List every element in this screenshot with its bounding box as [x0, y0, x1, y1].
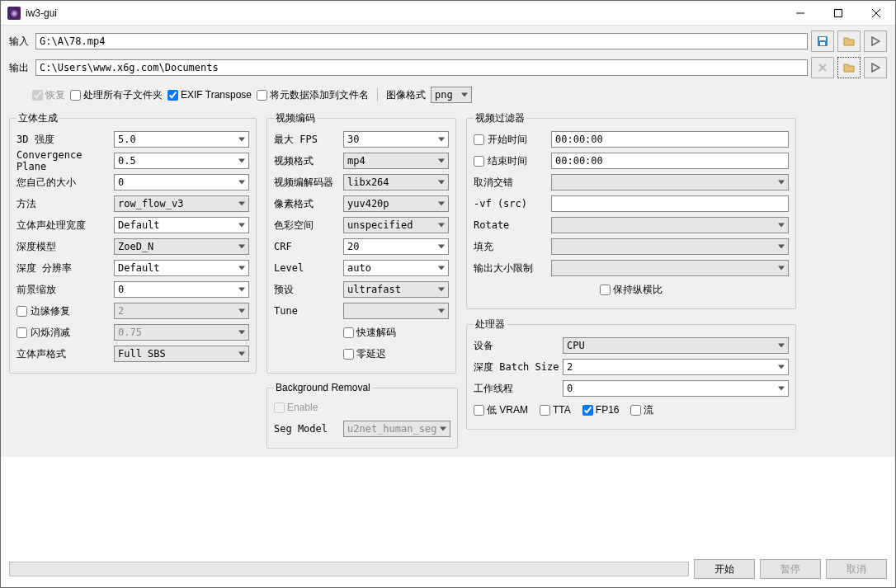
start-time-checkbox[interactable]: 开始时间	[474, 133, 551, 147]
image-format-label: 图像格式	[386, 88, 426, 102]
maximize-button[interactable]	[819, 1, 857, 26]
batch-select[interactable]: 2	[563, 359, 789, 375]
svg-marker-7	[872, 37, 879, 45]
output-path-field[interactable]	[35, 59, 808, 76]
deinterlace-select[interactable]	[551, 174, 789, 191]
output-label: 输出	[9, 61, 32, 75]
edge-fix-checkbox[interactable]: 边缘修复	[17, 304, 114, 318]
deinterlace-label: 取消交错	[474, 176, 551, 190]
separator	[377, 88, 378, 101]
subfolders-checkbox[interactable]: 处理所有子文件夹	[70, 88, 163, 102]
end-time-checkbox[interactable]: 结束时间	[474, 154, 551, 168]
pause-button: 暂停	[760, 559, 821, 579]
filters-fieldset: 视频过滤器 开始时间00:00:00 结束时间00:00:00 取消交错 -vf…	[466, 111, 796, 309]
preset-label: 预设	[274, 283, 343, 297]
output-clear-button[interactable]	[811, 57, 834, 78]
output-play-button[interactable]	[864, 57, 887, 78]
size-select[interactable]: 0	[114, 174, 249, 191]
cancel-button: 取消	[826, 559, 887, 579]
input-play-button[interactable]	[864, 31, 887, 52]
crf-label: CRF	[274, 241, 343, 252]
crf-select[interactable]: 20	[343, 238, 449, 255]
depth-model-label: 深度模型	[17, 240, 114, 254]
codec-label: 视频编解码器	[274, 176, 343, 190]
output-browse-button[interactable]	[837, 57, 861, 78]
fp16-checkbox[interactable]: FP16	[582, 404, 620, 416]
device-label: 设备	[474, 339, 563, 353]
pad-select[interactable]	[551, 238, 789, 255]
depth-res-select[interactable]: Default	[114, 260, 249, 276]
threads-select[interactable]: 0	[563, 380, 789, 397]
stream-checkbox[interactable]: 流	[630, 403, 653, 417]
tta-checkbox[interactable]: TTA	[540, 404, 571, 416]
color-select[interactable]: unspecified	[343, 217, 449, 233]
fast-decode-checkbox[interactable]: 快速解码	[343, 326, 396, 340]
svg-marker-10	[872, 64, 879, 72]
outlimit-select[interactable]	[551, 260, 789, 276]
fmt-select[interactable]: mp4	[343, 153, 449, 169]
convergence-select[interactable]: 0.5	[114, 153, 249, 169]
device-select[interactable]: CPU	[563, 337, 789, 354]
outlimit-label: 输出大小限制	[474, 261, 551, 275]
app-icon: ◉	[7, 7, 21, 20]
video-fieldset: 视频编码 最大 FPS30 视频格式mp4 视频编解码器libx264 像素格式…	[266, 111, 456, 374]
zero-latency-checkbox[interactable]: 零延迟	[343, 347, 386, 361]
preset-select[interactable]: ultrafast	[343, 281, 449, 298]
rotate-label: Rotate	[474, 219, 551, 231]
svg-rect-6	[820, 42, 825, 45]
codec-select[interactable]: libx264	[343, 174, 449, 191]
maxfps-select[interactable]: 30	[343, 131, 449, 148]
image-format-select[interactable]: png	[431, 87, 472, 103]
pad-label: 填充	[474, 240, 551, 254]
color-label: 色彩空间	[274, 219, 343, 233]
meta-filename-checkbox[interactable]: 将元数据添加到文件名	[257, 88, 369, 102]
seg-model-label: Seg Model	[274, 423, 343, 435]
batch-label: 深度 Batch Size	[474, 360, 563, 374]
method-select[interactable]: row_flow_v3	[114, 195, 249, 212]
stereo-fieldset: 立体生成 3D 强度5.0 Convergence Plane0.5 您自己的大…	[9, 111, 257, 374]
minimize-button[interactable]	[781, 1, 819, 26]
stereo-legend: 立体生成	[17, 111, 59, 125]
flicker-select: 0.75	[114, 324, 249, 341]
stereo-fmt-label: 立体声格式	[17, 347, 114, 361]
strength-select[interactable]: 5.0	[114, 131, 249, 148]
resume-checkbox: 恢复	[32, 88, 65, 102]
svg-rect-1	[835, 9, 842, 16]
depth-res-label: 深度 分辨率	[17, 261, 114, 275]
input-browse-button[interactable]	[837, 31, 861, 52]
stereo-fmt-select[interactable]: Full SBS	[114, 346, 249, 362]
bgremove-legend: Background Removal	[274, 382, 372, 393]
keep-aspect-checkbox[interactable]: 保持纵横比	[600, 283, 663, 297]
level-select[interactable]: auto	[343, 260, 449, 276]
bgremove-fieldset: Background Removal Enable Seg Modelu2net…	[266, 382, 458, 449]
pix-label: 像素格式	[274, 197, 343, 211]
input-save-button[interactable]	[811, 31, 834, 52]
rotate-select[interactable]	[551, 217, 789, 233]
low-vram-checkbox[interactable]: 低 VRAM	[474, 403, 528, 417]
vf-label: -vf (src)	[474, 198, 551, 209]
close-button[interactable]	[857, 1, 895, 26]
input-path-field[interactable]	[35, 33, 808, 49]
start-button[interactable]: 开始	[694, 559, 755, 579]
flicker-checkbox[interactable]: 闪烁消减	[17, 326, 114, 340]
end-time-field[interactable]: 00:00:00	[551, 153, 789, 169]
convergence-label: Convergence Plane	[17, 149, 114, 172]
exif-checkbox[interactable]: EXIF Transpose	[167, 89, 252, 101]
width-select[interactable]: Default	[114, 217, 249, 233]
window-title: iw3-gui	[26, 7, 781, 19]
fmt-label: 视频格式	[274, 154, 343, 168]
progress-bar	[9, 562, 689, 576]
width-label: 立体声处理宽度	[17, 219, 114, 233]
level-label: Level	[274, 262, 343, 274]
depth-model-select[interactable]: ZoeD_N	[114, 238, 249, 255]
seg-model-select: u2net_human_seg	[343, 421, 450, 437]
start-time-field[interactable]: 00:00:00	[551, 131, 789, 148]
pix-select[interactable]: yuv420p	[343, 195, 449, 212]
vf-field[interactable]	[551, 195, 789, 212]
maxfps-label: 最大 FPS	[274, 133, 343, 147]
input-label: 输入	[9, 35, 32, 49]
video-legend: 视频编码	[274, 111, 317, 125]
svg-rect-5	[819, 37, 826, 40]
fg-scale-select[interactable]: 0	[114, 281, 249, 298]
tune-select[interactable]	[343, 303, 449, 319]
